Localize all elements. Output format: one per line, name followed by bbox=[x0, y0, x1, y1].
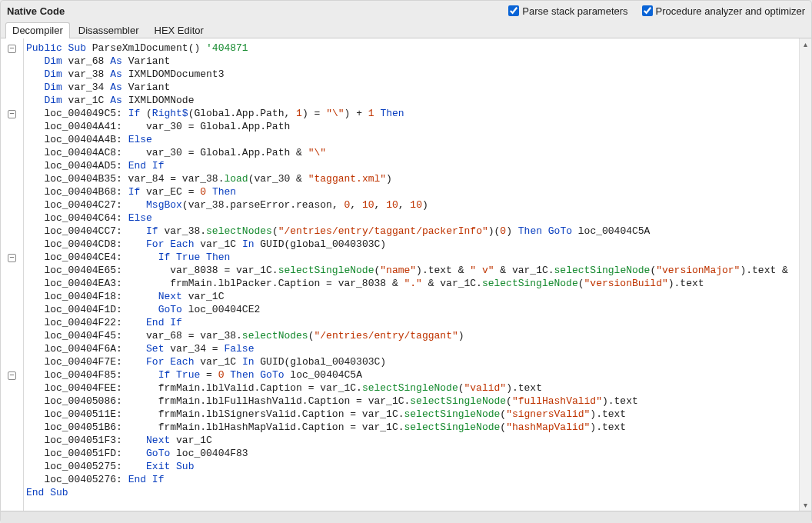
code-scroll[interactable]: −Public Sub ParseXmlDocument() '404871 D… bbox=[1, 38, 811, 511]
token-fn: selectNodes bbox=[242, 330, 308, 341]
code-row[interactable]: Dim var_1C As IXMLDOMNode bbox=[1, 94, 808, 107]
code-line[interactable]: loc_00404F85: If True = 0 Then GoTo loc_… bbox=[23, 368, 808, 381]
fold-gutter[interactable]: − bbox=[1, 368, 23, 381]
code-row[interactable]: loc_00404C64: Else bbox=[1, 212, 808, 225]
code-line[interactable]: Dim var_38 As IXMLDOMDocument3 bbox=[23, 68, 808, 81]
code-row[interactable]: loc_00404F45: var_68 = var_38.selectNode… bbox=[1, 329, 808, 342]
token-kw: True bbox=[176, 369, 200, 381]
code-line[interactable]: loc_00405275: Exit Sub bbox=[23, 460, 808, 473]
fold-toggle-icon[interactable]: − bbox=[8, 371, 16, 380]
code-row[interactable]: End Sub bbox=[1, 486, 808, 499]
code-row[interactable]: loc_00404E65: var_8038 = var_1C.selectSi… bbox=[1, 264, 808, 277]
token-fn: selectNodes bbox=[206, 225, 272, 237]
fold-gutter[interactable]: − bbox=[1, 42, 23, 55]
code-row[interactable]: loc_00404A4B: Else bbox=[1, 133, 808, 146]
code-row[interactable]: loc_00405276: End If bbox=[1, 473, 808, 486]
code-line[interactable]: Public Sub ParseXmlDocument() '404871 bbox=[23, 42, 808, 55]
code-row[interactable]: loc_00404AC8: var_30 = Global.App.Path &… bbox=[1, 146, 808, 159]
code-row[interactable]: Dim var_38 As IXMLDOMDocument3 bbox=[1, 68, 808, 81]
code-line[interactable]: End Sub bbox=[23, 486, 808, 499]
code-row[interactable]: − loc_004049C5: If (Right$(Global.App.Pa… bbox=[1, 107, 808, 120]
code-line[interactable]: loc_0040511E: frmMain.lblSignersValid.Ca… bbox=[23, 408, 808, 421]
code-line[interactable]: loc_00404EA3: frmMain.lblPacker.Caption … bbox=[23, 277, 808, 290]
code-row[interactable]: loc_00404EA3: frmMain.lblPacker.Caption … bbox=[1, 277, 808, 290]
code-line[interactable]: loc_00404E65: var_8038 = var_1C.selectSi… bbox=[23, 264, 808, 277]
code-line[interactable]: loc_00405086: frmMain.lblFullHashValid.C… bbox=[23, 395, 808, 408]
code-row[interactable]: loc_00404FEE: frmMain.lblValid.Caption =… bbox=[1, 381, 808, 395]
code-row[interactable]: loc_00404F1D: GoTo loc_00404CE2 bbox=[1, 303, 808, 316]
code-line[interactable]: loc_00404F6A: Set var_34 = False bbox=[23, 342, 808, 355]
code-row[interactable]: loc_00404B35: var_84 = var_38.load(var_3… bbox=[1, 172, 808, 185]
token-plain bbox=[26, 68, 44, 80]
code-row[interactable]: Dim var_34 As Variant bbox=[1, 81, 808, 94]
code-row[interactable]: loc_00404C27: MsgBox(var_38.parseError.r… bbox=[1, 198, 808, 212]
code-line[interactable]: loc_00404CD8: For Each var_1C In GUID(gl… bbox=[23, 238, 808, 251]
code-row[interactable]: loc_00404A41: var_30 = Global.App.Path bbox=[1, 120, 808, 133]
code-line[interactable]: Dim var_1C As IXMLDOMNode bbox=[23, 94, 808, 107]
code-line[interactable]: loc_00404AC8: var_30 = Global.App.Path &… bbox=[23, 146, 808, 159]
decompiled-code[interactable]: −Public Sub ParseXmlDocument() '404871 D… bbox=[1, 38, 811, 502]
code-line[interactable]: loc_004051FD: GoTo loc_00404F83 bbox=[23, 447, 808, 460]
code-line[interactable]: loc_00404CC7: If var_38.selectNodes("/en… bbox=[23, 225, 808, 238]
code-row[interactable]: loc_00404AD5: End If bbox=[1, 159, 808, 172]
code-row[interactable]: loc_004051B6: frmMain.lblHashMapValid.Ca… bbox=[1, 421, 808, 434]
code-line[interactable]: loc_00404C64: Else bbox=[23, 212, 808, 225]
code-line[interactable]: loc_00404A41: var_30 = Global.App.Path bbox=[23, 120, 808, 133]
code-line[interactable]: loc_00404AD5: End If bbox=[23, 159, 808, 172]
tab-hex-editor[interactable]: HEX Editor bbox=[148, 22, 211, 38]
code-row[interactable]: − loc_00404F85: If True = 0 Then GoTo lo… bbox=[1, 368, 808, 381]
code-line[interactable]: loc_00404F7E: For Each var_1C In GUID(gl… bbox=[23, 355, 808, 368]
token-plain bbox=[26, 55, 44, 67]
code-row[interactable]: loc_00405275: Exit Sub bbox=[1, 460, 808, 473]
token-plain: var_34 bbox=[62, 82, 110, 93]
tab-disassembler[interactable]: Disassembler bbox=[72, 22, 146, 38]
token-kw: Then bbox=[212, 186, 236, 198]
code-row[interactable]: − loc_00404CE4: If True Then bbox=[1, 251, 808, 264]
fold-gutter[interactable]: − bbox=[1, 107, 23, 120]
code-row[interactable]: loc_00404F7E: For Each var_1C In GUID(gl… bbox=[1, 355, 808, 368]
tab-decompiler[interactable]: Decompiler bbox=[5, 22, 70, 38]
code-row[interactable]: loc_00404CD8: For Each var_1C In GUID(gl… bbox=[1, 238, 808, 251]
code-row[interactable]: loc_00404F18: Next var_1C bbox=[1, 290, 808, 303]
code-line[interactable]: loc_00404B35: var_84 = var_38.load(var_3… bbox=[23, 172, 808, 185]
code-line[interactable]: loc_00404F18: Next var_1C bbox=[23, 290, 808, 303]
token-kw: Then GoTo bbox=[518, 225, 572, 237]
code-line[interactable]: loc_00404CE4: If True Then bbox=[23, 251, 808, 264]
token-kw: Right$ bbox=[152, 108, 188, 119]
token-plain: (var_30 & bbox=[248, 173, 308, 185]
code-line[interactable]: loc_00404FEE: frmMain.lblValid.Caption =… bbox=[23, 381, 808, 395]
option-parse-stack[interactable]: Parse stack parameters bbox=[508, 5, 627, 17]
code-row[interactable]: Dim var_68 As Variant bbox=[1, 55, 808, 68]
code-row[interactable]: loc_00404F6A: Set var_34 = False bbox=[1, 342, 808, 355]
code-line[interactable]: loc_004051F3: Next var_1C bbox=[23, 434, 808, 447]
code-row[interactable]: loc_00404CC7: If var_38.selectNodes("/en… bbox=[1, 225, 808, 238]
checkbox-parse-stack[interactable] bbox=[508, 5, 519, 16]
fold-toggle-icon[interactable]: − bbox=[8, 110, 16, 118]
code-line[interactable]: loc_00405276: End If bbox=[23, 473, 808, 486]
code-line[interactable]: loc_004049C5: If (Right$(Global.App.Path… bbox=[23, 107, 808, 120]
code-line[interactable]: loc_00404F1D: GoTo loc_00404CE2 bbox=[23, 303, 808, 316]
code-line[interactable]: loc_00404A4B: Else bbox=[23, 133, 808, 146]
vertical-scrollbar[interactable]: ▴ ▾ bbox=[799, 38, 811, 511]
code-line[interactable]: Dim var_68 As Variant bbox=[23, 55, 808, 68]
code-row[interactable]: −Public Sub ParseXmlDocument() '404871 bbox=[1, 42, 808, 55]
code-line[interactable]: loc_00404C27: MsgBox(var_38.parseError.r… bbox=[23, 198, 808, 212]
code-line[interactable]: loc_00404F45: var_68 = var_38.selectNode… bbox=[23, 329, 808, 342]
code-row[interactable]: loc_00405086: frmMain.lblFullHashValid.C… bbox=[1, 395, 808, 408]
code-row[interactable]: loc_00404B68: If var_EC = 0 Then bbox=[1, 185, 808, 198]
code-line[interactable]: loc_00404F22: End If bbox=[23, 316, 808, 329]
fold-toggle-icon[interactable]: − bbox=[8, 254, 16, 262]
fold-gutter[interactable]: − bbox=[1, 251, 23, 264]
code-line[interactable]: loc_00404B68: If var_EC = 0 Then bbox=[23, 185, 808, 198]
checkbox-analyzer[interactable] bbox=[642, 5, 653, 16]
code-line[interactable]: Dim var_34 As Variant bbox=[23, 81, 808, 94]
code-row[interactable]: loc_00404F22: End If bbox=[1, 316, 808, 329]
code-row[interactable]: loc_0040511E: frmMain.lblSignersValid.Ca… bbox=[1, 408, 808, 421]
scroll-up-icon[interactable]: ▴ bbox=[800, 38, 811, 50]
code-row[interactable]: loc_004051FD: GoTo loc_00404F83 bbox=[1, 447, 808, 460]
option-analyzer[interactable]: Procedure analyzer and optimizer bbox=[642, 5, 805, 17]
code-row[interactable]: loc_004051F3: Next var_1C bbox=[1, 434, 808, 447]
code-line[interactable]: loc_004051B6: frmMain.lblHashMapValid.Ca… bbox=[23, 421, 808, 434]
scroll-down-icon[interactable]: ▾ bbox=[800, 499, 811, 511]
fold-toggle-icon[interactable]: − bbox=[8, 45, 16, 53]
